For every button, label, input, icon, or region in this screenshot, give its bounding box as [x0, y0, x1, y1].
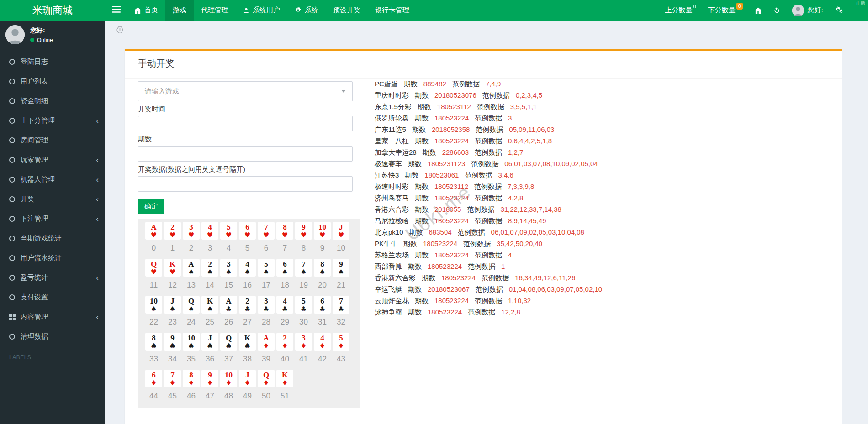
sidebar-item-label: 下注管理 [21, 215, 96, 223]
card-index: 11 [145, 281, 162, 290]
sample-value: 16,34,49,12,6,11,26 [515, 274, 575, 282]
nav-greeting[interactable]: 您好: [786, 0, 829, 21]
spade-suit-icon: ♠ [244, 269, 250, 276]
card-rank: 3 [264, 297, 268, 305]
nav-link-home[interactable]: 首页 [127, 0, 165, 21]
sidebar-item-content-manage[interactable]: 内容管理‹ [0, 307, 105, 327]
period-label: 期数 [415, 251, 429, 259]
nav-link-label: 游戏 [173, 6, 186, 15]
sidebar-user-panel: 您好: Online [0, 21, 105, 49]
playing-card: Q♣ [220, 333, 237, 351]
card-rank: 5 [302, 297, 306, 305]
sidebar-item-current-game-stats[interactable]: 当期游戏统计 [0, 229, 105, 248]
card-rank: 3 [227, 260, 231, 268]
sidebar-item-payment-settings[interactable]: 支付设置 [0, 288, 105, 307]
period-label: 期数 [418, 103, 431, 110]
sample-label: 范例数据 [482, 274, 509, 282]
card-index: 23 [164, 318, 181, 327]
sample-value: 3,4,6 [498, 171, 513, 179]
playing-card: A♣ [220, 296, 237, 314]
card-index: 14 [201, 281, 218, 290]
draw-data-input[interactable] [138, 176, 353, 192]
sample-label: 范例数据 [465, 171, 492, 179]
nav-link-system[interactable]: 系统 [287, 0, 326, 21]
playing-card: 8♦ [183, 370, 200, 387]
card-index-row: 2223242526272829303132 [138, 314, 360, 330]
heart-suit-icon: ♥ [263, 232, 269, 239]
card-rank: 8 [189, 371, 193, 379]
spade-suit-icon: ♠ [188, 306, 194, 313]
circle-icon [9, 59, 15, 65]
sidebar-item-user-flow-stats[interactable]: 用户流水统计 [0, 248, 105, 268]
diamond-suit-icon: ♦ [338, 343, 344, 350]
sidebar-item-robot-manage[interactable]: 机器人管理‹ [0, 170, 105, 189]
nav-home[interactable] [749, 0, 767, 21]
game-row: 加拿大幸运28期数2286603范例数据1,2,7 [375, 147, 829, 158]
nav-link-bank-card-manage[interactable]: 银行卡管理 [368, 0, 417, 21]
sidebar-toggle[interactable] [105, 0, 127, 21]
nav-up-score[interactable]: 上分数量0 [659, 0, 702, 21]
sample-value: 05,09,11,06,03 [509, 126, 554, 133]
sample-label: 范例数据 [477, 103, 504, 110]
confirm-button[interactable]: 确定 [138, 199, 164, 214]
playing-card: 10♠ [145, 296, 162, 314]
playing-card: 5♣ [295, 296, 312, 314]
sidebar-item-draw[interactable]: 开奖‹ [0, 189, 105, 209]
game-select-placeholder: 请输入游戏 [145, 87, 341, 96]
circle-icon [9, 177, 15, 183]
sidebar-item-profit-stats[interactable]: 盈亏统计‹ [0, 268, 105, 288]
club-suit-icon: ♣ [151, 343, 157, 350]
sidebar-item-bet-manage[interactable]: 下注管理‹ [0, 209, 105, 229]
sidebar-item-label: 上下分管理 [21, 116, 96, 125]
period-value: 683504 [429, 228, 452, 236]
card-rank: 4 [283, 297, 287, 305]
card-index-row: 1112131415161718192021 [138, 277, 360, 293]
game-name: 皇家二八杠 [375, 137, 409, 145]
period-value: 180523224 [434, 194, 469, 202]
diamond-suit-icon: ♦ [319, 343, 325, 350]
card-index: 50 [258, 392, 275, 401]
sidebar-item-room-manage[interactable]: 房间管理 [0, 131, 105, 150]
nav-link-agent-manage[interactable]: 代理管理 [194, 0, 236, 21]
brand-logo[interactable]: 米珈商城 [0, 0, 105, 21]
playing-card: 9♥ [295, 222, 312, 240]
card-rank: K [244, 334, 250, 342]
club-suit-icon: ♣ [169, 343, 175, 350]
club-suit-icon: ♣ [244, 306, 250, 313]
game-name: 俄罗斯轮盘 [375, 114, 409, 122]
sidebar-item-player-manage[interactable]: 玩家管理‹ [0, 150, 105, 170]
nav-down-score[interactable]: 下分数量0 [702, 0, 749, 21]
card-index: 25 [201, 318, 218, 327]
card-index: 19 [295, 281, 312, 290]
sidebar-item-label: 机器人管理 [21, 175, 96, 184]
club-suit-icon: ♣ [226, 343, 232, 350]
nav-link-preset-draw[interactable]: 预设开奖 [326, 0, 368, 21]
nav-settings[interactable] [829, 0, 850, 21]
sidebar-item-label: 开奖 [21, 195, 96, 204]
nav-link-system-users[interactable]: 系统用户 [236, 0, 287, 21]
sidebar-item-funds-detail[interactable]: 资金明细 [0, 91, 105, 111]
sidebar-item-login-log[interactable]: 登陆日志 [0, 52, 105, 72]
chevron-left-icon: ‹ [96, 215, 99, 223]
game-name: 加拿大幸运28 [375, 148, 417, 156]
sample-value: 0,6,4,4,2,5,1,8 [508, 137, 552, 145]
game-select[interactable]: 请输入游戏 [138, 81, 353, 101]
period-label: 期数 [408, 160, 422, 168]
card-rank: 8 [283, 223, 287, 231]
nav-link-games[interactable]: 游戏 [165, 0, 194, 21]
sidebar-item-updown-manage[interactable]: 上下分管理‹ [0, 111, 105, 131]
heart-suit-icon: ♥ [188, 232, 194, 239]
spade-suit-icon: ♠ [207, 269, 213, 276]
playing-card: Q♦ [258, 370, 275, 387]
card-index: 17 [258, 281, 275, 290]
playing-card: 7♦ [164, 370, 181, 387]
playing-card: K♦ [276, 370, 293, 387]
sidebar-item-clean-data[interactable]: 清理数据 [0, 327, 105, 346]
period-input[interactable] [138, 146, 353, 162]
sidebar-item-user-list[interactable]: 用户列表 [0, 72, 105, 91]
game-name: 极速时时彩 [375, 183, 409, 190]
card-index: 0 [145, 244, 162, 253]
draw-time-input[interactable] [138, 116, 353, 131]
period-value: 180523224 [434, 114, 469, 122]
nav-refresh[interactable] [767, 0, 786, 21]
